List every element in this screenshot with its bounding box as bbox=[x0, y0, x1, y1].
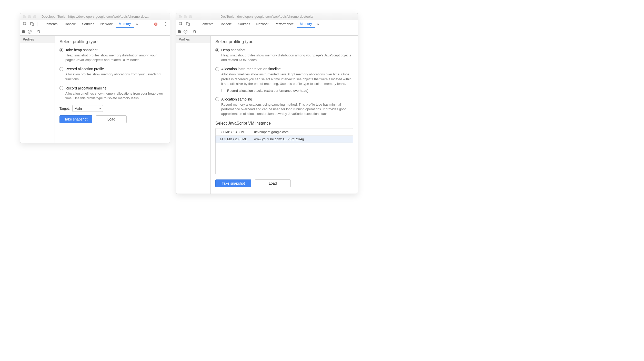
record-allocation-stacks-checkbox[interactable]: Record allocation stacks (extra performa… bbox=[222, 89, 353, 93]
tab-console[interactable]: Console bbox=[216, 20, 235, 28]
vm-row[interactable]: 8.7 MB / 13.3 MB developers.google.com bbox=[216, 128, 353, 136]
option-desc: Heap snapshot profiles show memory distr… bbox=[221, 53, 353, 62]
close-window-button[interactable] bbox=[179, 15, 182, 18]
clear-icon[interactable] bbox=[184, 30, 187, 34]
vm-instance-table: 8.7 MB / 13.3 MB developers.google.com 1… bbox=[215, 128, 353, 174]
error-counter[interactable]: ✕ 1 bbox=[154, 22, 160, 26]
tab-memory[interactable]: Memory bbox=[116, 20, 134, 28]
panel-tabs: Elements Console Sources Network Memory … bbox=[41, 20, 153, 28]
svg-rect-2 bbox=[32, 23, 34, 25]
kebab-menu-icon[interactable]: ⋮ bbox=[350, 22, 356, 26]
option-title: Allocation instrumentation on timeline bbox=[221, 67, 281, 71]
memory-subtoolbar bbox=[176, 28, 358, 36]
kebab-menu-icon[interactable]: ⋮ bbox=[162, 22, 168, 26]
separator bbox=[37, 22, 37, 26]
radio-icon[interactable] bbox=[215, 97, 219, 101]
inspect-element-icon[interactable] bbox=[22, 21, 28, 27]
sidebar-section-profiles[interactable]: Profiles bbox=[20, 36, 55, 43]
option-allocation-timeline[interactable]: Allocation instrumentation on timeline A… bbox=[215, 67, 353, 93]
target-select[interactable]: Main ▾ bbox=[72, 105, 103, 112]
memory-subtoolbar bbox=[20, 28, 170, 36]
minimize-window-button[interactable] bbox=[184, 15, 187, 18]
separator bbox=[193, 22, 193, 26]
radio-icon[interactable] bbox=[59, 86, 63, 90]
load-button[interactable]: Load bbox=[255, 179, 291, 187]
target-row: Target: Main ▾ bbox=[59, 105, 165, 112]
option-allocation-timeline[interactable]: Record allocation timeline Allocation ti… bbox=[59, 86, 165, 101]
option-allocation-sampling[interactable]: Allocation sampling Record memory alloca… bbox=[215, 97, 353, 116]
more-tabs-icon[interactable]: » bbox=[134, 22, 140, 26]
titlebar: DevTools - developers.google.com/web/too… bbox=[176, 13, 358, 20]
svg-rect-5 bbox=[188, 23, 189, 25]
more-tabs-icon[interactable]: » bbox=[315, 22, 321, 26]
tab-elements[interactable]: Elements bbox=[196, 20, 216, 28]
panel-body: Profiles Select profiling type Heap snap… bbox=[176, 36, 358, 194]
garbage-collect-icon[interactable] bbox=[37, 30, 41, 34]
tab-console[interactable]: Console bbox=[61, 20, 79, 28]
tab-network[interactable]: Network bbox=[97, 20, 116, 28]
record-icon[interactable] bbox=[178, 30, 181, 33]
caret-down-icon: ▾ bbox=[99, 107, 101, 110]
option-desc: Allocation timelines show instrumented J… bbox=[221, 72, 353, 86]
vm-memory: 8.7 MB / 13.3 MB bbox=[216, 130, 254, 134]
option-title: Record allocation timeline bbox=[65, 86, 106, 90]
profiling-heading: Select profiling type bbox=[59, 39, 165, 44]
error-count: 1 bbox=[158, 22, 160, 26]
titlebar: Developer Tools - https://developers.goo… bbox=[20, 13, 170, 20]
profiles-sidebar: Profiles bbox=[20, 36, 55, 143]
option-title: Take heap snapshot bbox=[65, 48, 97, 52]
target-label: Target: bbox=[59, 107, 70, 111]
window-traffic-lights bbox=[23, 15, 36, 18]
zoom-window-button[interactable] bbox=[189, 15, 192, 18]
option-desc: Record memory allocations using sampling… bbox=[221, 102, 353, 116]
devtools-toolbar: Elements Console Sources Network Perform… bbox=[176, 20, 358, 28]
devtools-window-right: DevTools - developers.google.com/web/too… bbox=[176, 13, 358, 194]
close-window-button[interactable] bbox=[23, 15, 26, 18]
profiling-main: Select profiling type Take heap snapshot… bbox=[55, 36, 170, 143]
record-icon[interactable] bbox=[22, 30, 25, 33]
profiles-sidebar: Profiles bbox=[176, 36, 211, 194]
option-title: Record allocation profile bbox=[65, 67, 104, 71]
tab-memory[interactable]: Memory bbox=[297, 20, 315, 28]
tab-sources[interactable]: Sources bbox=[235, 20, 253, 28]
action-buttons: Take snapshot Load bbox=[59, 115, 165, 123]
panel-body: Profiles Select profiling type Take heap… bbox=[20, 36, 170, 143]
take-snapshot-button[interactable]: Take snapshot bbox=[59, 115, 92, 123]
target-value: Main bbox=[75, 107, 82, 111]
radio-icon[interactable] bbox=[215, 48, 219, 52]
option-desc: Allocation profiles show memory allocati… bbox=[65, 72, 165, 81]
radio-icon[interactable] bbox=[59, 48, 63, 52]
vm-instance-heading: Select JavaScript VM instance bbox=[215, 121, 353, 126]
option-title: Allocation sampling bbox=[221, 97, 252, 101]
minimize-window-button[interactable] bbox=[28, 15, 31, 18]
tab-performance[interactable]: Performance bbox=[271, 20, 297, 28]
profiling-heading: Select profiling type bbox=[215, 39, 353, 44]
option-allocation-profile[interactable]: Record allocation profile Allocation pro… bbox=[59, 67, 165, 81]
error-icon: ✕ bbox=[154, 23, 157, 26]
checkbox-label: Record allocation stacks (extra performa… bbox=[227, 89, 308, 93]
tab-sources[interactable]: Sources bbox=[79, 20, 97, 28]
garbage-collect-icon[interactable] bbox=[193, 30, 196, 34]
zoom-window-button[interactable] bbox=[33, 15, 36, 18]
clear-icon[interactable] bbox=[28, 30, 32, 34]
load-button[interactable]: Load bbox=[96, 115, 127, 123]
separator bbox=[34, 29, 34, 34]
device-toolbar-icon[interactable] bbox=[29, 21, 35, 27]
window-title: Developer Tools - https://developers.goo… bbox=[38, 15, 167, 18]
radio-icon[interactable] bbox=[59, 67, 63, 71]
option-heap-snapshot[interactable]: Take heap snapshot Heap snapshot profile… bbox=[59, 48, 165, 62]
device-toolbar-icon[interactable] bbox=[185, 21, 191, 27]
window-title: DevTools - developers.google.com/web/too… bbox=[194, 15, 355, 18]
option-heap-snapshot[interactable]: Heap snapshot Heap snapshot profiles sho… bbox=[215, 48, 353, 62]
tab-network[interactable]: Network bbox=[253, 20, 272, 28]
vm-row[interactable]: 14.3 MB / 23.8 MB www.youtube.com: G_P6r… bbox=[216, 136, 353, 143]
sidebar-section-profiles[interactable]: Profiles bbox=[176, 36, 210, 43]
separator bbox=[190, 29, 190, 34]
tab-elements[interactable]: Elements bbox=[41, 20, 61, 28]
window-traffic-lights bbox=[179, 15, 192, 18]
take-snapshot-button[interactable]: Take snapshot bbox=[215, 179, 251, 187]
devtools-toolbar: Elements Console Sources Network Memory … bbox=[20, 20, 170, 28]
inspect-element-icon[interactable] bbox=[178, 21, 184, 27]
checkbox-icon[interactable] bbox=[222, 89, 225, 92]
radio-icon[interactable] bbox=[215, 67, 219, 71]
